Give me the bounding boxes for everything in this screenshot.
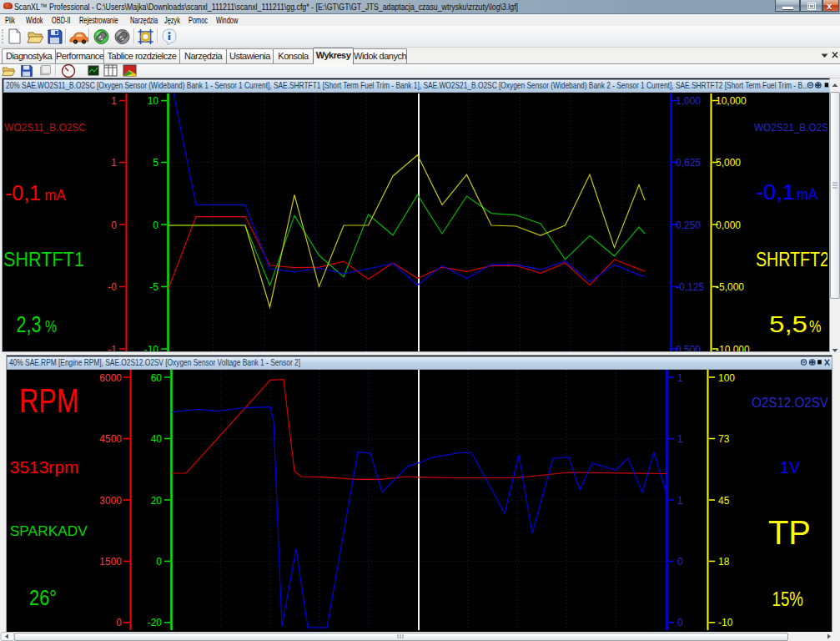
svg-text:SPARKADV: SPARKADV (10, 523, 88, 539)
svg-text:20: 20 (151, 495, 163, 507)
svg-text:45: 45 (718, 495, 730, 507)
svg-text:26°: 26° (29, 586, 57, 609)
svg-text:10,000: 10,000 (716, 95, 747, 107)
svg-text:-20: -20 (148, 617, 163, 628)
svg-text:60: 60 (151, 372, 163, 384)
svg-text:0: 0 (156, 556, 162, 568)
svg-text:-0,1: -0,1 (756, 179, 795, 204)
svg-text:0: 0 (116, 617, 122, 628)
svg-text:-1: -1 (108, 344, 117, 352)
svg-text:1: 1 (677, 433, 683, 445)
svg-text:1: 1 (111, 95, 117, 107)
svg-text:WO2S21_B.O2S: WO2S21_B.O2S (754, 121, 827, 134)
svg-text:4500: 4500 (99, 433, 122, 445)
svg-text:-0: -0 (108, 281, 117, 293)
svg-text:100: 100 (718, 372, 735, 384)
svg-text:0: 0 (677, 556, 683, 568)
svg-text:-10: -10 (718, 617, 733, 628)
svg-text:5,5: 5,5 (769, 312, 807, 337)
svg-text:0,250: 0,250 (676, 220, 701, 231)
svg-text:5: 5 (153, 157, 158, 169)
svg-text:-0,125: -0,125 (676, 281, 704, 293)
svg-text:-5,000: -5,000 (716, 281, 744, 293)
svg-text:0: 0 (677, 617, 683, 628)
svg-text:mA: mA (45, 187, 66, 204)
svg-text:RPM: RPM (19, 381, 79, 420)
svg-text:TP: TP (768, 513, 811, 552)
svg-text:-10: -10 (144, 344, 159, 352)
svg-text:1500: 1500 (99, 556, 122, 568)
svg-text:3000: 3000 (99, 495, 122, 507)
svg-text:5,000: 5,000 (716, 157, 741, 169)
svg-text:1: 1 (111, 157, 117, 169)
svg-text:O2S12.O2SV: O2S12.O2SV (752, 396, 828, 410)
svg-text:-10,000: -10,000 (716, 344, 750, 352)
svg-text:2,3: 2,3 (17, 312, 42, 337)
svg-text:3513rpm: 3513rpm (10, 457, 79, 477)
svg-text:%: % (45, 317, 57, 336)
svg-text:0,000: 0,000 (716, 220, 741, 231)
svg-text:18: 18 (718, 556, 730, 568)
svg-text:-5: -5 (149, 281, 158, 293)
svg-text:0: 0 (111, 220, 117, 231)
svg-text:SHRTFT1: SHRTFT1 (4, 248, 84, 270)
svg-text:1V: 1V (780, 458, 801, 477)
svg-text:15%: 15% (772, 588, 803, 610)
svg-text:10: 10 (148, 95, 159, 107)
svg-text:mA: mA (797, 186, 817, 203)
svg-text:1,000: 1,000 (676, 95, 701, 107)
svg-text:73: 73 (718, 433, 730, 445)
svg-text:1: 1 (677, 372, 683, 384)
svg-text:-0,1: -0,1 (5, 181, 41, 204)
svg-text:WO2S11_B.O2SC: WO2S11_B.O2SC (4, 122, 86, 134)
svg-text:0,625: 0,625 (676, 157, 701, 169)
svg-text:%: % (809, 317, 822, 336)
svg-text:0: 0 (153, 220, 158, 231)
svg-text:SHRTFT2: SHRTFT2 (756, 248, 827, 270)
svg-text:6000: 6000 (99, 372, 122, 384)
svg-text:1: 1 (677, 495, 683, 507)
svg-text:40: 40 (151, 433, 163, 445)
svg-text:0,500: 0,500 (676, 344, 701, 352)
